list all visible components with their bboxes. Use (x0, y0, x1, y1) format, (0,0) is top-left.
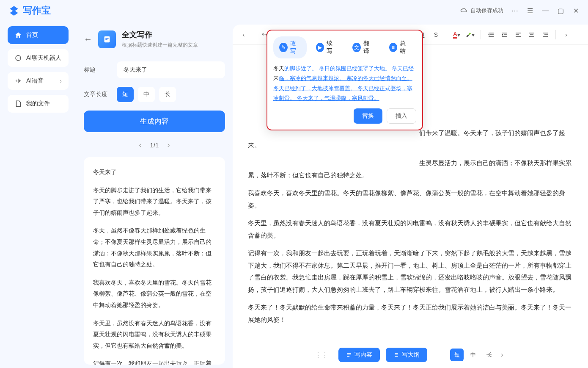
indent-increase-button[interactable] (499, 28, 511, 41)
chevron-right-icon: › (60, 77, 62, 84)
bottom-bar: ⋮⋮ 写内容 写大纲 短 中 长 › (233, 348, 588, 362)
highlight-button[interactable]: ▾ (464, 28, 476, 41)
outline-icon (393, 352, 399, 358)
sidebar-item-voice[interactable]: AI语音 › (8, 72, 69, 90)
write-content-button[interactable]: 写内容 (338, 348, 380, 362)
close-button[interactable]: ✕ (572, 7, 580, 14)
page-subtitle: 根据标题快速创建一篇完整的文章 (122, 42, 198, 49)
length-short[interactable]: 短 (117, 87, 134, 102)
voice-icon (14, 77, 22, 85)
app-logo: 写作宝 (8, 4, 51, 17)
bottom-length-medium[interactable]: 中 (466, 349, 480, 361)
toolbar-prev[interactable]: ‹ (238, 28, 250, 41)
home-icon (14, 31, 22, 39)
editor-p4: 冬天里，虽然没有春天迷人的鸟语花香，没有夏天壮观的闪电雷鸣，没有秋天诱人的丰硕果… (248, 217, 573, 241)
pager-next[interactable]: › (167, 141, 170, 149)
minimize-button[interactable]: — (541, 7, 549, 14)
editor-p5: 记得有一次，我和朋友一起出去玩耍，正玩着玩着，天渐渐暗了下来，突然下起了鹅毛般的… (248, 247, 573, 296)
ai-tab-translate[interactable]: 文翻译 (346, 36, 380, 58)
sidebar-item-chatbot[interactable]: AI聊天机器人 (8, 49, 69, 67)
sidebar-item-files[interactable]: 我的文件 (8, 95, 69, 113)
font-color-button[interactable]: A ▾ (451, 28, 462, 41)
title-label: 标题 (84, 66, 109, 74)
preview-p0: 冬天来了 (93, 166, 216, 178)
editor-p6: 冬天来了！冬天默默的给生命带来积蓄的力量，冬天来了！冬天正给我们展示着她的洁白与… (248, 302, 573, 326)
sidebar-item-home[interactable]: 首页 (8, 26, 69, 44)
maximize-button[interactable]: ▢ (557, 7, 564, 14)
preview-card: 冬天来了 冬天的脚步走进了我们的生活，它给我们带来了严寒，也给我们带来了温暖。冬… (84, 157, 225, 365)
preview-p3: 我喜欢冬天，喜欢冬天里的雪花。冬天的雪花像柳絮、像芦花、像蒲公英一般的雪花，在空… (93, 277, 216, 311)
pencil-icon: ✎ (279, 43, 288, 52)
editor-p3: 我喜欢冬天，喜欢冬天里的雪花。冬天的雪花像柳絮、像芦花、像蒲公英一般的雪花，在空… (248, 187, 573, 211)
autosave-status: 自动保存成功 (460, 7, 503, 14)
ai-rewrite-panel: ✎改写 ▶续写 文翻译 ≡总结 冬天的脚步近了。 冬日的氛围已经笼罩了大地。 冬… (267, 30, 423, 130)
generate-button[interactable]: 生成内容 (84, 111, 225, 132)
bottom-length-long[interactable]: 长 (482, 349, 496, 361)
strikethrough-button[interactable]: S (430, 28, 442, 41)
ai-content: 冬天的脚步近了。 冬日的氛围已经笼罩了大地。 冬天已经来临，寒冷的气息越来越浓。… (273, 64, 416, 103)
svg-point-0 (16, 55, 21, 61)
length-label: 文章长度 (84, 91, 109, 98)
align-left-button[interactable] (512, 28, 524, 41)
titlebar: 写作宝 自动保存成功 ⋯ ☰ — ▢ ✕ (0, 0, 588, 21)
drag-handle-icon[interactable]: ⋮⋮ (315, 351, 328, 359)
ai-tab-summarize[interactable]: ≡总结 (383, 36, 417, 58)
pager: ‹ 1/1 › (80, 136, 228, 154)
preview-p1: 冬天的脚步走进了我们的生活，它给我们带来了严寒，也给我们带来了温暖。冬天来了，孩… (93, 185, 216, 219)
page-title: 全文写作 (122, 30, 198, 40)
bottom-length-short[interactable]: 短 (450, 349, 464, 361)
ai-tab-continue[interactable]: ▶续写 (310, 36, 343, 58)
more-icon[interactable]: ⋯ (511, 7, 519, 14)
ai-tab-rewrite[interactable]: ✎改写 (273, 36, 307, 58)
chat-icon (14, 54, 22, 62)
translate-icon: 文 (352, 43, 361, 52)
summary-icon: ≡ (389, 43, 398, 52)
center-column: ← 全文写作 根据标题快速创建一篇完整的文章 标题 文章长度 短 中 长 生成内… (76, 21, 233, 368)
preview-p2: 冬天，虽然不像春天那样到处藏着绿色的生命；不像夏天那样生灵尽显活力，展示自己的潇… (93, 225, 216, 270)
svg-point-2 (19, 58, 20, 58)
menu-icon[interactable]: ☰ (526, 7, 534, 14)
list-icon (346, 352, 352, 358)
logo-icon (8, 5, 19, 16)
title-input[interactable] (117, 61, 225, 78)
ai-replace-button[interactable]: 替换 (354, 108, 382, 124)
file-icon (14, 100, 22, 108)
length-long[interactable]: 长 (159, 87, 176, 102)
ai-insert-button[interactable]: 插入 (387, 108, 416, 124)
write-outline-button[interactable]: 写大纲 (386, 348, 427, 362)
pager-prev[interactable]: ‹ (139, 141, 142, 149)
pager-text: 1/1 (150, 141, 159, 149)
length-medium[interactable]: 中 (138, 87, 155, 102)
align-right-button[interactable] (539, 28, 551, 41)
sidebar: 首页 AI聊天机器人 AI语音 › 我的文件 (0, 21, 76, 368)
app-name: 写作宝 (23, 4, 51, 17)
svg-point-1 (17, 58, 18, 58)
bottom-chevron-right[interactable]: › (498, 351, 506, 359)
align-center-button[interactable] (526, 28, 538, 41)
preview-p5: 记得有一次，我和朋友一起出去玩耍，正玩着玩着，天渐渐暗了下来，突然下起了鹅毛般的… (93, 358, 216, 365)
play-icon: ▶ (316, 43, 324, 52)
doc-icon (98, 30, 116, 48)
back-button[interactable]: ← (84, 34, 92, 44)
toolbar-next[interactable]: › (560, 28, 572, 41)
cloud-icon (460, 7, 468, 14)
preview-p4: 冬天里，虽然没有春天迷人的鸟语花香，没有夏天壮观的闪电雷鸣，没有秋天诱人的丰硕果… (93, 318, 216, 351)
indent-decrease-button[interactable] (485, 28, 497, 41)
